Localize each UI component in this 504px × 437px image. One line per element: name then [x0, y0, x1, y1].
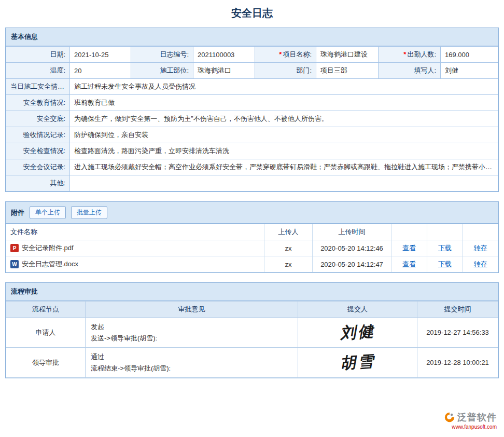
field-value-construction-part: 珠海鹤港口	[193, 63, 255, 79]
col-header-upload-time: 上传时间	[313, 224, 391, 240]
col-header-actions	[463, 224, 498, 240]
col-header-opinion: 审批意见	[86, 302, 298, 318]
field-label-safety-meeting-record: 安全会议记录:	[6, 159, 70, 175]
field-label-writer: 填写人:	[379, 63, 441, 79]
table-row: 温度: 20 施工部位: 珠海鹤港口 部门: 项目三部 填写人: 刘健	[6, 63, 498, 79]
file-name-cell: P 安全记录附件.pdf	[6, 240, 264, 256]
basic-info-header: 基本信息	[6, 28, 498, 46]
field-label-date: 日期:	[6, 47, 70, 63]
download-link[interactable]: 下载	[438, 244, 452, 252]
required-marker: *	[279, 50, 282, 58]
field-value-temperature: 20	[70, 63, 131, 79]
upload-time-cell: 2020-05-20 14:12:47	[313, 256, 391, 272]
opinion-line-2: 流程结束->领导审批(胡雪):	[91, 363, 292, 374]
field-value-project-name: 珠海鹤港口建设	[316, 47, 379, 63]
field-value-safety-disclosure: 为确保生产，做到“安全第一、预防为主”不伤害自己，不伤害他人、不被他人所伤害。	[70, 111, 498, 127]
uploader-cell: zx	[264, 240, 313, 256]
view-link[interactable]: 查看	[402, 244, 416, 252]
field-value-other	[70, 175, 498, 192]
attachments-title: 附件	[11, 208, 24, 217]
fanpu-logo-icon	[444, 412, 455, 423]
approval-table: 流程节点 审批意见 提交人 提交时间 申请人 发起 发送->领导审批(胡雪): …	[6, 301, 498, 378]
uploader-cell: zx	[264, 256, 313, 272]
page-title: 安全日志	[0, 6, 504, 20]
field-value-acceptance-record: 防护确保到位，亲自安装	[70, 127, 498, 143]
file-name-cell: W 安全日志管理.docx	[6, 256, 264, 272]
view-link[interactable]: 查看	[402, 260, 416, 268]
field-label-project-name: *项目名称:	[255, 47, 316, 63]
field-label-construction-part: 施工部位:	[131, 63, 193, 79]
table-row: W 安全日志管理.docx zx 2020-05-20 14:12:47 查看 …	[6, 256, 498, 272]
approval-title: 流程审批	[11, 287, 38, 296]
field-label-safety-inspection: 安全检查情况:	[6, 143, 70, 159]
opinion-line-1: 通过	[91, 351, 292, 363]
basic-info-title: 基本信息	[11, 32, 38, 42]
field-label-attendance-count-text: 出勤人数:	[407, 50, 436, 58]
footer-brand: 泛普软件 www.fanpusoft.com	[444, 411, 497, 430]
attachments-header-row: 文件名称 上传人 上传时间	[6, 224, 498, 240]
field-label-project-name-text: 项目名称:	[283, 50, 312, 58]
single-upload-button[interactable]: 单个上传	[30, 206, 66, 219]
field-label-safety-disclosure: 安全交底:	[6, 111, 70, 127]
field-label-daily-safety-status: 当日施工安全情况:	[6, 79, 70, 95]
attachments-table: 文件名称 上传人 上传时间 P 安全记录附件.pdf zx 2020-05-20…	[6, 224, 498, 272]
download-link[interactable]: 下载	[438, 260, 452, 268]
col-header-file-name: 文件名称	[6, 224, 264, 240]
opinion-line-1: 发起	[91, 321, 292, 333]
field-label-attendance-count: *出勤人数:	[379, 47, 441, 63]
attachments-panel: 附件 单个上传 批量上传 文件名称 上传人 上传时间 P 安全记录附件.pdf …	[5, 201, 499, 273]
field-label-log-number: 日志编号:	[131, 47, 193, 63]
field-value-safety-meeting-record: 进入施工现场必须戴好安全帽；高空作业必须系好安全带，严禁穿硬底带钉易滑鞋；严禁赤…	[70, 159, 498, 175]
signature: 胡雪	[339, 351, 376, 375]
field-value-department: 项目三部	[316, 63, 379, 79]
col-header-flow-node: 流程节点	[6, 302, 86, 318]
approval-panel: 流程审批 流程节点 审批意见 提交人 提交时间 申请人 发起 发送->领导审批(…	[5, 282, 499, 378]
col-header-uploader: 上传人	[264, 224, 313, 240]
field-value-safety-inspection: 检查路面清洗，路面污染严重，立即安排清洗车清洗	[70, 143, 498, 159]
basic-info-panel: 基本信息 日期: 2021-10-25 日志编号: 2021100003 *项目…	[5, 28, 499, 192]
table-row: 安全会议记录: 进入施工现场必须戴好安全帽；高空作业必须系好安全带，严禁穿硬底带…	[6, 159, 498, 175]
field-value-attendance-count: 169.000	[441, 47, 498, 63]
file-name: 安全日志管理.docx	[22, 260, 78, 269]
file-name: 安全记录附件.pdf	[22, 243, 74, 253]
submit-time-cell: 2019-12-28 10:00:21	[417, 348, 498, 378]
upload-time-cell: 2020-05-20 14:12:46	[313, 240, 391, 256]
field-label-temperature: 温度:	[6, 63, 70, 79]
table-row: 验收情况记录: 防护确保到位，亲自安装	[6, 127, 498, 143]
field-value-writer: 刘健	[441, 63, 498, 79]
opinion-cell: 发起 发送->领导审批(胡雪):	[86, 318, 298, 348]
table-row: P 安全记录附件.pdf zx 2020-05-20 14:12:46 查看 下…	[6, 240, 498, 256]
word-file-icon: W	[10, 260, 19, 268]
batch-upload-button[interactable]: 批量上传	[71, 206, 107, 219]
col-header-submit-time: 提交时间	[417, 302, 498, 318]
table-row: 安全检查情况: 检查路面清洗，路面污染严重，立即安排清洗车清洗	[6, 143, 498, 159]
field-label-acceptance-record: 验收情况记录:	[6, 127, 70, 143]
table-row: 安全教育情况: 班前教育已做	[6, 95, 498, 111]
flow-node-cell: 领导审批	[6, 348, 86, 378]
table-row: 日期: 2021-10-25 日志编号: 2021100003 *项目名称: 珠…	[6, 47, 498, 63]
field-label-department: 部门:	[255, 63, 316, 79]
field-value-daily-safety-status: 施工过程未发生安全事故及人员受伤情况	[70, 79, 498, 95]
save-as-link[interactable]: 转存	[474, 244, 487, 252]
col-header-actions	[427, 224, 463, 240]
pdf-file-icon: P	[10, 244, 19, 252]
flow-node-cell: 申请人	[6, 318, 86, 348]
field-label-other: 其他:	[6, 175, 70, 192]
col-header-submitter: 提交人	[298, 302, 417, 318]
table-row: 其他:	[6, 175, 498, 192]
submit-time-cell: 2019-12-27 14:56:33	[417, 318, 498, 348]
approval-header: 流程审批	[6, 283, 498, 301]
field-value-log-number: 2021100003	[193, 47, 255, 63]
brand-name: 泛普软件	[457, 411, 497, 424]
save-as-link[interactable]: 转存	[474, 260, 487, 268]
opinion-cell: 通过 流程结束->领导审批(胡雪):	[86, 348, 298, 378]
table-row: 申请人 发起 发送->领导审批(胡雪): 刘健 2019-12-27 14:56…	[6, 318, 498, 348]
basic-info-table: 日期: 2021-10-25 日志编号: 2021100003 *项目名称: 珠…	[6, 46, 498, 192]
field-value-safety-education: 班前教育已做	[70, 95, 498, 111]
submitter-cell: 刘健	[298, 318, 417, 348]
brand-url: www.fanpusoft.com	[444, 424, 497, 430]
col-header-actions	[391, 224, 427, 240]
signature: 刘健	[339, 321, 376, 345]
submitter-cell: 胡雪	[298, 348, 417, 378]
required-marker: *	[403, 50, 406, 58]
